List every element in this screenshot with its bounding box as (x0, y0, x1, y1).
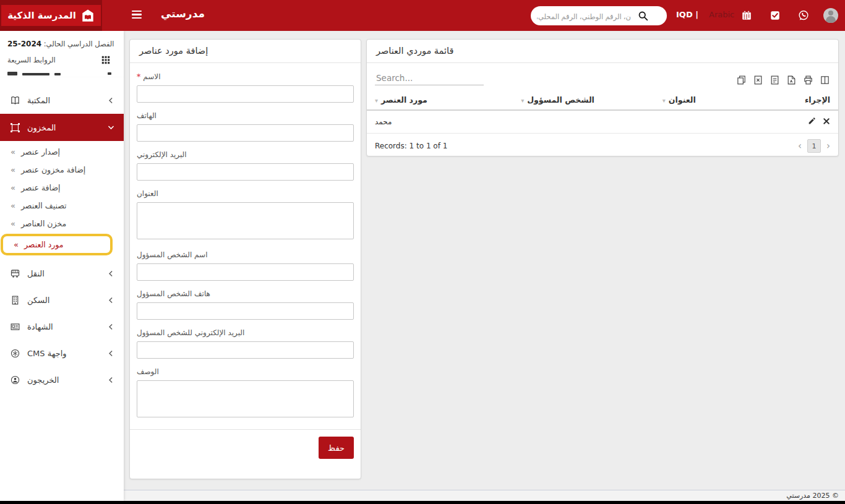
double-chevron-icon: « (11, 183, 15, 192)
sidebar-item-alumni[interactable]: الخريجون (0, 367, 124, 393)
column-header-supplier[interactable]: ▾مورد العنصر (367, 91, 513, 110)
panel-title: قائمة موردي العناصر (367, 40, 838, 63)
sidebar-item-transport[interactable]: النقل (0, 260, 124, 286)
sidebar-subitem-add-item-stock[interactable]: « إضافة مخزون عنصر (0, 161, 124, 179)
user-avatar[interactable] (823, 8, 838, 23)
copyright-text: © 2025 مدرستي (786, 492, 839, 500)
chevron-left-icon (107, 323, 115, 331)
partially-visible-menu-item[interactable] (0, 70, 124, 77)
sidebar-item-certificate[interactable]: الشهادة (0, 314, 124, 340)
sort-icon: ▾ (375, 97, 378, 104)
chevron-left-icon (107, 270, 115, 278)
records-summary: Records: 1 to 1 of 1 (375, 142, 447, 150)
logo-text: المدرسة الذكية (7, 10, 76, 21)
export-copy-button[interactable] (736, 75, 747, 85)
sidebar-subitem-item-supplier[interactable]: « مورد العنصر (3, 236, 110, 253)
table-row: محمد (367, 110, 838, 134)
tasks-button[interactable] (770, 10, 781, 21)
field-label: العنوان (137, 189, 354, 198)
edit-button[interactable] (808, 117, 816, 125)
add-supplier-panel: إضافة مورد عناصر *الاسم الهاتف البريد ال… (129, 39, 361, 479)
bottom-black-bar (0, 501, 845, 504)
field-label: الهاتف (137, 111, 354, 120)
field-label: البريد الإلكتروني (137, 150, 354, 159)
sidebar-subitem-add-item[interactable]: « إضافة عنصر (0, 179, 124, 197)
menu-toggle-button[interactable] (132, 11, 142, 19)
calendar-button[interactable] (741, 10, 752, 21)
double-chevron-icon: « (11, 147, 15, 156)
sidebar-item-library[interactable]: المكتبة (0, 87, 124, 113)
responsible-email-field[interactable] (137, 341, 354, 359)
next-page-button[interactable]: › (826, 142, 830, 151)
column-visibility-button[interactable] (820, 75, 830, 85)
sidebar-item-label: المكتبة (27, 96, 50, 105)
address-textarea[interactable] (137, 202, 354, 239)
app-title: مدرستي (161, 7, 205, 20)
delete-button[interactable] (823, 117, 830, 125)
school-logo-icon (81, 9, 95, 22)
semester-value: 25-2024 (7, 40, 41, 48)
sidebar-item-inventory[interactable]: المخزون (0, 114, 124, 141)
top-navbar: المدرسة الذكية مدرستي IQD | Arabic (0, 0, 845, 31)
column-header-responsible[interactable]: ▾الشخص المسؤول (513, 91, 654, 110)
field-label: *الاسم (137, 72, 354, 81)
column-header-actions: الإجراء (786, 91, 838, 110)
field-label: اسم الشخص المسؤول (137, 250, 354, 259)
name-field[interactable] (137, 85, 354, 103)
double-chevron-icon: « (11, 165, 15, 174)
inventory-submenu: « إصدار عنصر « إضافة مخزون عنصر « إضافة … (0, 142, 124, 260)
search-icon[interactable] (638, 11, 648, 21)
export-excel-button[interactable] (753, 75, 763, 85)
cell-responsible (513, 110, 654, 134)
sidebar-subitem-issue-item[interactable]: « إصدار عنصر (0, 143, 124, 161)
cms-icon (10, 348, 20, 359)
field-label: هاتف الشخص المسؤول (137, 289, 354, 298)
export-pdf-button[interactable] (786, 75, 797, 85)
prev-page-button[interactable]: ‹ (798, 142, 802, 151)
panel-title: إضافة مورد عناصر (130, 40, 361, 63)
double-chevron-icon: « (14, 240, 19, 249)
building-icon (10, 295, 20, 305)
field-label: البريد الإلكتروني للشخص المسؤول (137, 328, 354, 337)
sidebar-item-label: الشهادة (27, 322, 53, 331)
quick-links[interactable]: الروابط السريعة (7, 54, 116, 66)
whatsapp-button[interactable] (797, 9, 810, 22)
save-button[interactable]: حفظ (319, 437, 354, 459)
column-header-address[interactable]: ▾العنوان (654, 91, 786, 110)
bus-icon (10, 268, 20, 279)
current-page[interactable]: 1 (807, 139, 821, 153)
inventory-icon (10, 122, 20, 133)
phone-field[interactable] (137, 124, 354, 142)
quick-links-label: الروابط السريعة (7, 56, 56, 64)
chevron-left-icon (107, 296, 115, 304)
required-marker: * (137, 72, 140, 81)
responsible-phone-field[interactable] (137, 302, 354, 320)
sidebar-subitem-item-category[interactable]: « تصنيف العنصر (0, 197, 124, 215)
cell-actions (786, 110, 838, 134)
chevron-left-icon (107, 96, 115, 105)
sidebar: الفصل الدراسي الحالي: 25-2024 الروابط ال… (0, 31, 124, 501)
field-label: الوصف (137, 367, 354, 376)
certificate-icon (10, 322, 20, 332)
email-field[interactable] (137, 163, 354, 181)
suppliers-table: ▾مورد العنصر ▾الشخص المسؤول ▾العنوان الإ… (367, 91, 838, 134)
sidebar-item-housing[interactable]: السكن (0, 287, 124, 313)
export-csv-button[interactable] (770, 75, 780, 85)
suppliers-list-panel: قائمة موردي العناصر (366, 39, 839, 156)
logo-block[interactable]: المدرسة الذكية (0, 0, 102, 31)
sidebar-item-cms[interactable]: واجهة CMS (0, 340, 124, 366)
language-selector[interactable]: Arabic (709, 10, 734, 19)
cell-supplier: محمد (367, 110, 513, 134)
sidebar-item-label: النقل (27, 269, 45, 278)
description-textarea[interactable] (137, 380, 354, 417)
responsible-name-field[interactable] (137, 263, 354, 281)
cell-address (654, 110, 786, 134)
graduate-icon (10, 375, 20, 385)
double-chevron-icon: « (11, 219, 15, 228)
export-print-button[interactable] (803, 75, 813, 85)
currency-label[interactable]: IQD | (676, 10, 698, 19)
table-search-input[interactable] (375, 71, 484, 85)
global-search-input[interactable] (536, 6, 632, 25)
page-footer: © 2025 مدرستي (124, 490, 845, 501)
sidebar-subitem-item-store[interactable]: « مخزن العناصر (0, 215, 124, 233)
